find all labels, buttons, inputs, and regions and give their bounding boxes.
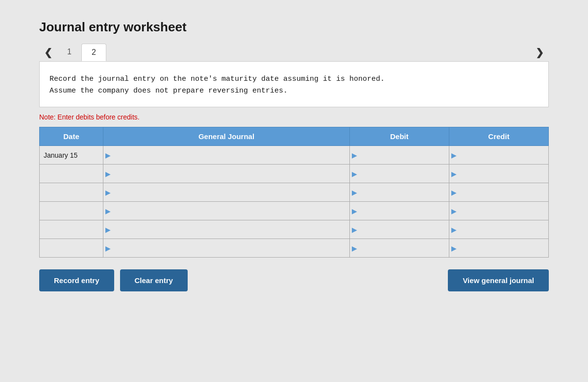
prev-arrow[interactable]: ❮: [39, 44, 57, 61]
journal-input-1[interactable]: [113, 146, 349, 164]
credit-input-1[interactable]: [459, 146, 548, 164]
debit-input-1[interactable]: [359, 146, 449, 164]
credit-cell-5[interactable]: ▶: [449, 220, 549, 239]
tab-navigation: ❮ 1 2 ❯: [39, 44, 549, 61]
journal-input-6[interactable]: [113, 239, 349, 257]
table-row: ▶ ▶ ▶: [40, 183, 549, 202]
table-row: ▶ ▶ ▶: [40, 202, 549, 220]
date-cell-4: [40, 202, 103, 220]
view-general-journal-button[interactable]: View general journal: [448, 269, 549, 291]
header-date: Date: [40, 127, 103, 146]
date-cell-2: [40, 165, 103, 183]
table-row: January 15 ▶ ▶ ▶: [40, 146, 549, 165]
debit-input-3[interactable]: [359, 183, 449, 201]
row-arrow-3: ▶: [103, 189, 113, 196]
header-journal: General Journal: [103, 127, 350, 146]
record-entry-button[interactable]: Record entry: [39, 269, 114, 291]
journal-input-3[interactable]: [113, 183, 349, 201]
debit-arrow-1: ▶: [350, 151, 359, 159]
debit-input-6[interactable]: [359, 239, 449, 257]
journal-input-5[interactable]: [113, 220, 349, 239]
journal-table: Date General Journal Debit Credit Januar…: [39, 127, 549, 258]
credit-cell-3[interactable]: ▶: [449, 183, 549, 202]
debit-cell-5[interactable]: ▶: [350, 220, 449, 239]
credit-cell-1[interactable]: ▶: [449, 146, 549, 165]
journal-cell-3[interactable]: ▶: [103, 183, 350, 202]
date-cell-3: [40, 183, 103, 202]
debit-input-2[interactable]: [359, 165, 449, 183]
table-row: ▶ ▶ ▶: [40, 239, 549, 258]
debit-input-5[interactable]: [359, 220, 449, 239]
table-row: ▶ ▶ ▶: [40, 165, 549, 183]
tab-1[interactable]: 1: [57, 44, 81, 61]
date-cell-1: January 15: [40, 146, 103, 165]
date-cell-6: [40, 239, 103, 258]
row-arrow-4: ▶: [103, 207, 113, 215]
debit-arrow-2: ▶: [350, 170, 359, 178]
credit-cell-4[interactable]: ▶: [449, 202, 549, 220]
credit-input-2[interactable]: [459, 165, 548, 183]
debit-cell-1[interactable]: ▶: [350, 146, 449, 165]
debit-input-4[interactable]: [359, 202, 449, 220]
debit-cell-3[interactable]: ▶: [350, 183, 449, 202]
page-container: Journal entry worksheet ❮ 1 2 ❯ Record t…: [24, 10, 564, 301]
journal-cell-6[interactable]: ▶: [103, 239, 350, 258]
instruction-text: Record the journal entry on the note's m…: [49, 73, 539, 97]
button-row: Record entry Clear entry View general jo…: [39, 269, 549, 291]
page-title: Journal entry worksheet: [39, 20, 549, 35]
credit-arrow-4: ▶: [449, 207, 459, 215]
next-arrow[interactable]: ❯: [531, 44, 549, 61]
credit-arrow-5: ▶: [449, 226, 459, 234]
credit-input-6[interactable]: [459, 239, 548, 257]
credit-input-4[interactable]: [459, 202, 548, 220]
header-credit: Credit: [449, 127, 549, 146]
journal-cell-2[interactable]: ▶: [103, 165, 350, 183]
journal-input-2[interactable]: [113, 165, 349, 183]
table-row: ▶ ▶ ▶: [40, 220, 549, 239]
debit-cell-4[interactable]: ▶: [350, 202, 449, 220]
credit-arrow-3: ▶: [449, 189, 459, 196]
debit-cell-2[interactable]: ▶: [350, 165, 449, 183]
row-arrow-2: ▶: [103, 170, 113, 178]
date-cell-5: [40, 220, 103, 239]
journal-input-4[interactable]: [113, 202, 349, 220]
note-text: Note: Enter debits before credits.: [39, 113, 549, 121]
tab-2[interactable]: 2: [81, 44, 106, 61]
journal-cell-1[interactable]: ▶: [103, 146, 350, 165]
debit-cell-6[interactable]: ▶: [350, 239, 449, 258]
row-arrow-1: ▶: [103, 151, 113, 159]
debit-arrow-4: ▶: [350, 207, 359, 215]
credit-arrow-1: ▶: [449, 151, 459, 159]
clear-entry-button[interactable]: Clear entry: [120, 269, 188, 291]
debit-arrow-3: ▶: [350, 189, 359, 196]
row-arrow-6: ▶: [103, 244, 113, 252]
debit-arrow-6: ▶: [350, 244, 359, 252]
credit-input-5[interactable]: [459, 220, 548, 239]
content-box: Record the journal entry on the note's m…: [39, 61, 549, 107]
debit-arrow-5: ▶: [350, 226, 359, 234]
journal-cell-5[interactable]: ▶: [103, 220, 350, 239]
credit-arrow-2: ▶: [449, 170, 459, 178]
header-debit: Debit: [350, 127, 449, 146]
credit-input-3[interactable]: [459, 183, 548, 201]
credit-arrow-6: ▶: [449, 244, 459, 252]
row-arrow-5: ▶: [103, 226, 113, 234]
journal-cell-4[interactable]: ▶: [103, 202, 350, 220]
credit-cell-2[interactable]: ▶: [449, 165, 549, 183]
credit-cell-6[interactable]: ▶: [449, 239, 549, 258]
